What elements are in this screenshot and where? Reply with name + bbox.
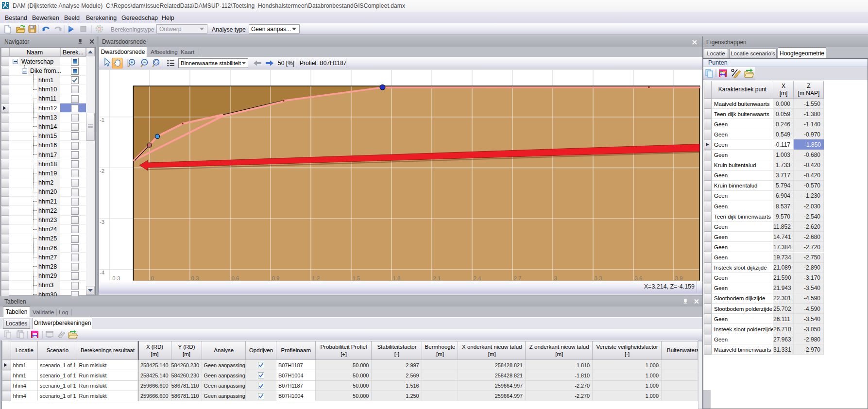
svg-text:0: 0 xyxy=(151,275,154,281)
svg-text:1.5: 1.5 xyxy=(353,275,360,281)
svg-text:2.4: 2.4 xyxy=(474,275,482,281)
svg-text:3: 3 xyxy=(554,275,557,281)
svg-text:2.7: 2.7 xyxy=(514,275,522,281)
svg-text:0.6: 0.6 xyxy=(232,275,239,281)
svg-text:-1: -1 xyxy=(100,117,104,123)
svg-text:0.9: 0.9 xyxy=(272,275,280,281)
svg-text:3.3: 3.3 xyxy=(595,275,602,281)
svg-text:1.2: 1.2 xyxy=(312,275,320,281)
svg-text:1.8: 1.8 xyxy=(393,275,401,281)
svg-text:2.1: 2.1 xyxy=(433,275,441,281)
svg-text:3.9: 3.9 xyxy=(675,275,683,281)
svg-text:-0.3: -0.3 xyxy=(111,275,120,281)
svg-text:-2: -2 xyxy=(100,168,104,174)
svg-text:0.3: 0.3 xyxy=(191,275,199,281)
svg-text:-3: -3 xyxy=(100,219,104,225)
svg-text:-4: -4 xyxy=(100,270,105,275)
svg-text:3.6: 3.6 xyxy=(635,275,643,281)
